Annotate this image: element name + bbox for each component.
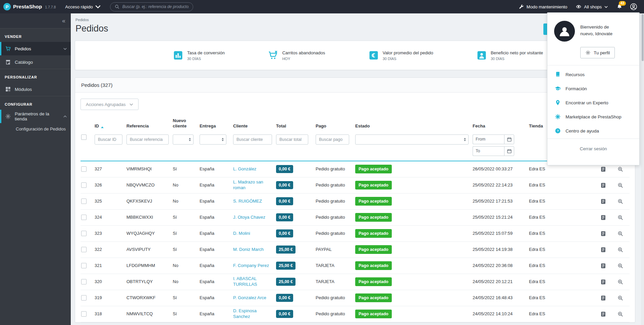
menu-item-label: Formación bbox=[566, 86, 587, 91]
menu-item-label: Centro de ayuda bbox=[566, 128, 599, 133]
order-preview-button[interactable] bbox=[617, 214, 624, 221]
filter-fecha-cell bbox=[473, 133, 529, 156]
column-header-estado[interactable]: Estado bbox=[355, 118, 473, 133]
page-scrollbar[interactable] bbox=[641, 13, 644, 325]
customer-link[interactable]: F. Company Perez bbox=[233, 261, 276, 271]
logout-button[interactable]: Cerrar sesión bbox=[547, 141, 639, 157]
magnifier-plus-icon bbox=[617, 295, 624, 301]
row-checkbox[interactable] bbox=[81, 263, 87, 268]
order-documents-button[interactable] bbox=[600, 198, 606, 205]
order-documents-button[interactable] bbox=[600, 166, 606, 172]
shop-selector[interactable]: All shops bbox=[576, 4, 608, 9]
header-checkbox-cell bbox=[80, 118, 95, 133]
column-header-pago[interactable]: Pago bbox=[316, 118, 355, 133]
row-checkbox[interactable] bbox=[81, 215, 87, 220]
row-checkbox-cell bbox=[80, 261, 95, 270]
order-preview-button[interactable] bbox=[617, 166, 624, 172]
sidebar-item-modulos[interactable]: Módulos bbox=[0, 83, 71, 96]
customer-link[interactable]: L. Madrazo san roman bbox=[233, 177, 276, 193]
column-header-entrega[interactable]: Entrega bbox=[200, 118, 233, 133]
menu-item-formacion[interactable]: Formación bbox=[547, 82, 639, 96]
sidebar-item-pedidos[interactable]: Pedidos bbox=[0, 42, 71, 55]
order-shop: Edra ES bbox=[529, 309, 562, 319]
customer-link[interactable]: S. RUIGÓMEZ bbox=[233, 197, 276, 206]
row-checkbox[interactable] bbox=[81, 231, 87, 236]
order-preview-button[interactable] bbox=[617, 247, 624, 253]
order-documents-button[interactable] bbox=[600, 230, 606, 237]
filter-cliente-input[interactable] bbox=[233, 134, 272, 145]
customer-link[interactable]: P. Gonzalez Arce bbox=[233, 293, 276, 303]
customer-link[interactable]: D. Molini bbox=[233, 229, 276, 238]
menu-item-marketplace[interactable]: Marketplace de PrestaShop bbox=[547, 110, 639, 124]
nav-section-personalizar: PERSONALIZAR bbox=[0, 69, 71, 83]
scrollbar-thumb[interactable] bbox=[642, 14, 644, 61]
customer-link[interactable]: L. González bbox=[233, 164, 276, 174]
row-checkbox[interactable] bbox=[81, 311, 87, 317]
quick-access-menu[interactable]: Acceso rápido bbox=[65, 4, 100, 9]
filter-total-input[interactable] bbox=[276, 134, 308, 145]
date-from-input[interactable] bbox=[473, 134, 504, 144]
order-new-customer: No bbox=[173, 197, 200, 206]
filter-estado-select[interactable] bbox=[356, 135, 468, 144]
search-input[interactable] bbox=[122, 4, 189, 9]
row-checkbox[interactable] bbox=[81, 182, 87, 188]
sidebar-item-parametros-tienda[interactable]: Parámetros de la tienda bbox=[0, 110, 71, 123]
select-all-checkbox[interactable] bbox=[81, 134, 87, 140]
menu-item-encontrar-experto[interactable]: Encontrar un Experto bbox=[547, 96, 639, 110]
order-preview-button[interactable] bbox=[617, 295, 624, 301]
chevron-down-icon bbox=[63, 48, 67, 50]
order-documents-button[interactable] bbox=[600, 295, 606, 301]
filter-referencia-input[interactable] bbox=[126, 134, 169, 145]
order-documents-button[interactable] bbox=[600, 263, 606, 269]
column-header-cliente[interactable]: Cliente bbox=[233, 118, 276, 133]
user-menu-button[interactable] bbox=[630, 3, 637, 10]
prestashop-logo[interactable]: P PrestaShop 1.7.7.8 bbox=[3, 3, 56, 10]
column-header-referencia[interactable]: Referencia bbox=[126, 118, 173, 133]
filter-nuevo-cliente-select[interactable] bbox=[173, 135, 193, 144]
wrench-icon bbox=[519, 4, 524, 9]
order-preview-button[interactable] bbox=[617, 198, 624, 205]
menu-item-centro-ayuda[interactable]: ? Centro de ayuda bbox=[547, 124, 639, 138]
order-preview-button[interactable] bbox=[617, 182, 624, 188]
row-checkbox[interactable] bbox=[81, 247, 87, 252]
row-checkbox[interactable] bbox=[81, 279, 87, 284]
calendar-icon[interactable] bbox=[504, 146, 514, 156]
order-status: Pago aceptado bbox=[355, 163, 473, 175]
sidebar-item-configuracion-pedidos[interactable]: Configuración de Pedidos bbox=[0, 124, 71, 134]
order-preview-button[interactable] bbox=[617, 263, 624, 269]
column-header-nuevo-cliente[interactable]: Nuevo cliente bbox=[173, 118, 200, 133]
customer-link[interactable]: I. ABASCAL TURRILLAS bbox=[233, 274, 276, 289]
order-documents-button[interactable] bbox=[600, 182, 606, 188]
sidebar-collapse-button[interactable]: « bbox=[0, 13, 71, 28]
row-checkbox[interactable] bbox=[81, 199, 87, 204]
filter-id-input[interactable] bbox=[95, 134, 122, 145]
order-preview-button[interactable] bbox=[617, 279, 624, 285]
menu-item-recursos[interactable]: Recursos bbox=[547, 67, 639, 82]
customer-link[interactable]: J. Otoya Chavez bbox=[233, 213, 276, 222]
column-header-id[interactable]: ID bbox=[95, 118, 126, 133]
maintenance-mode-button[interactable]: Modo mantenimiento bbox=[519, 4, 567, 9]
order-documents-button[interactable] bbox=[600, 279, 606, 285]
row-checkbox[interactable] bbox=[81, 295, 87, 301]
date-to-input[interactable] bbox=[473, 146, 504, 156]
order-preview-button[interactable] bbox=[617, 311, 624, 317]
bulk-actions-button[interactable]: Acciones Agrupadas bbox=[80, 99, 139, 110]
order-preview-button[interactable] bbox=[617, 230, 624, 237]
order-documents-button[interactable] bbox=[600, 214, 606, 221]
calendar-icon[interactable] bbox=[504, 134, 514, 144]
order-documents-button[interactable] bbox=[600, 247, 606, 253]
filter-entrega-select[interactable] bbox=[200, 135, 226, 144]
customer-link[interactable]: D. Espinosa Sanchez bbox=[233, 306, 276, 322]
customer-link[interactable]: M. Doniz March bbox=[233, 245, 276, 255]
filter-entrega-select-box bbox=[200, 134, 226, 145]
profile-button[interactable]: Tu perfil bbox=[580, 47, 615, 58]
column-header-total[interactable]: Total bbox=[276, 118, 316, 133]
order-delivery: España bbox=[200, 309, 233, 319]
order-documents-button[interactable] bbox=[600, 311, 606, 317]
notifications-button[interactable]: 43 bbox=[616, 4, 623, 10]
invoice-icon bbox=[600, 214, 606, 221]
sidebar-item-catalogo[interactable]: Catálogo bbox=[0, 55, 71, 69]
column-header-fecha[interactable]: Fecha bbox=[473, 118, 529, 133]
row-checkbox[interactable] bbox=[81, 166, 87, 172]
filter-pago-input[interactable] bbox=[316, 134, 349, 145]
